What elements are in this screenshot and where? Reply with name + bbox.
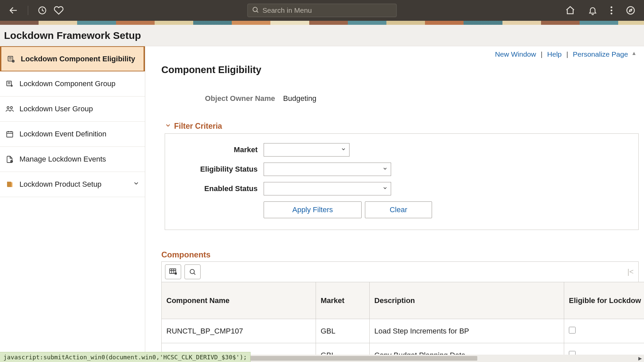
body: Lockdown Component Eligibility Lockdown … [0,46,644,362]
component-eligibility-icon [7,55,15,63]
event-definition-icon [5,130,14,138]
market-row: Market [178,143,625,157]
sidebar-item-user-group[interactable]: Lockdown User Group [0,97,145,122]
svg-point-28 [190,269,195,274]
market-label: Market [178,145,264,154]
page-links: New Window | Help | Personalize Page ▲ [161,50,639,58]
topbar-left [8,5,64,15]
scroll-up-icon[interactable]: ▲ [631,50,637,56]
svg-marker-8 [629,9,632,12]
owner-label: Object Owner Name [205,94,275,103]
cell-eligible [564,319,644,343]
cell-component-name: RUNCTL_BP_CMP107 [162,319,316,343]
filter-buttons: Apply Filters Clear [264,201,625,218]
components-title: Components [161,250,639,259]
sidebar-item-label: Lockdown Product Setup [19,180,127,189]
eligibility-status-label: Eligibility Status [178,165,264,174]
enabled-status-label: Enabled Status [178,184,264,193]
grid-nav-first-icon[interactable]: |< [627,267,635,276]
favorite-icon[interactable] [54,5,64,15]
table-header-row: Component Name Market Description Eligib… [162,282,644,319]
svg-line-29 [194,273,195,275]
user-group-icon [5,105,14,113]
svg-point-5 [610,9,612,11]
search-icon [252,6,259,15]
svg-rect-9 [8,56,13,61]
navigator-icon[interactable] [626,5,636,15]
svg-rect-18 [7,132,13,137]
search-input[interactable] [263,6,392,14]
divider: | [541,50,542,58]
col-header-market[interactable]: Market [316,282,370,319]
filter-criteria-toggle[interactable]: Filter Criteria [165,122,639,131]
notifications-icon[interactable] [588,6,597,15]
chevron-down-icon [165,122,171,131]
divider: | [566,50,568,58]
home-icon[interactable] [565,5,575,15]
topbar-right [565,5,636,15]
chevron-down-icon [133,180,140,189]
sidebar-item-event-definition[interactable]: Lockdown Event Definition [0,122,145,147]
filter-criteria-title: Filter Criteria [174,122,222,131]
sidebar-item-manage-events[interactable]: Manage Lockdown Events [0,147,145,172]
grid-toolbar: |< [161,261,639,282]
svg-point-2 [253,7,257,11]
market-select[interactable] [264,143,350,157]
eligibility-status-row: Eligibility Status [178,163,625,176]
eligibility-status-select[interactable] [264,163,391,176]
back-icon[interactable] [8,5,18,15]
svg-rect-13 [7,81,11,86]
main-content: New Window | Help | Personalize Page ▲ C… [145,46,644,362]
enabled-status-row: Enabled Status [178,182,625,195]
product-setup-icon [5,180,14,188]
sidebar-item-label: Manage Lockdown Events [19,155,140,164]
more-icon[interactable] [610,6,613,15]
color-strip [0,21,644,25]
divider [28,6,28,15]
personalize-link[interactable]: Personalize Page [573,50,628,58]
cell-market: GBL [316,319,370,343]
new-window-link[interactable]: New Window [495,50,536,58]
components-table: Component Name Market Description Eligib… [161,282,644,362]
owner-row: Object Owner Name Budgeting [205,94,639,103]
filter-criteria-box: Market Eligibility Status [165,133,639,230]
search-container [248,4,397,17]
search-box[interactable] [248,4,397,17]
eligible-checkbox[interactable] [569,327,576,334]
grid-find-button[interactable] [184,264,201,279]
recent-icon[interactable] [38,6,47,15]
sidebar-item-product-setup[interactable]: Lockdown Product Setup [0,172,145,197]
grid-settings-button[interactable] [165,264,181,279]
page-title: Lockdown Framework Setup [4,30,141,41]
svg-point-6 [610,13,612,14]
sidebar-item-label: Lockdown Event Definition [19,129,140,139]
svg-line-3 [257,11,258,12]
topbar [0,0,644,21]
sidebar: Lockdown Component Eligibility Lockdown … [0,46,145,362]
page-titlebar: Lockdown Framework Setup [0,25,644,46]
col-header-component-name[interactable]: Component Name [162,282,316,319]
svg-point-17 [10,107,12,109]
sidebar-item-component-group[interactable]: Lockdown Component Group [0,71,145,97]
enabled-status-select[interactable] [264,182,391,195]
sidebar-item-label: Lockdown Component Group [19,79,140,88]
svg-point-7 [627,7,635,14]
col-header-eligible[interactable]: Eligible for Lockdow [564,282,644,319]
cell-description: Load Step Increments for BP [370,319,564,343]
col-header-description[interactable]: Description [370,282,564,319]
sidebar-item-component-eligibility[interactable]: Lockdown Component Eligibility [0,46,145,71]
component-group-icon [5,80,14,88]
section-heading: Component Eligibility [161,64,639,75]
scroll-right-icon[interactable]: ▶ [638,356,642,361]
owner-value: Budgeting [283,94,316,103]
svg-point-4 [610,6,612,8]
svg-rect-23 [11,182,12,187]
apply-filters-button[interactable]: Apply Filters [264,201,362,218]
svg-point-16 [7,107,9,109]
manage-events-icon [5,155,14,163]
help-link[interactable]: Help [547,50,561,58]
clear-button[interactable]: Clear [365,201,432,218]
sidebar-item-label: Lockdown Component Eligibility [21,54,138,64]
sidebar-item-label: Lockdown User Group [19,104,140,114]
table-row: RUNCTL_BP_CMP107 GBL Load Step Increment… [162,319,644,343]
